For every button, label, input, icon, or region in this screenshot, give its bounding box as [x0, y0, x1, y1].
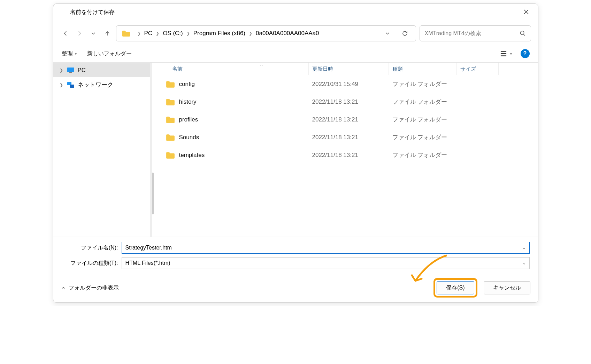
pc-icon	[67, 67, 75, 74]
folder-icon	[166, 98, 175, 106]
toolbar: 整理 ▼ 新しいフォルダー ▼ ?	[53, 46, 538, 63]
sidebar-item-label: ネットワーク	[78, 81, 113, 89]
up-button[interactable]	[102, 28, 113, 39]
column-header-size[interactable]: サイズ	[457, 63, 499, 75]
search-input[interactable]	[425, 30, 520, 37]
organize-button[interactable]: 整理 ▼	[62, 50, 78, 57]
file-type: ファイル フォルダー	[389, 151, 457, 159]
question-icon: ?	[523, 50, 527, 57]
file-name: history	[179, 98, 197, 105]
folder-icon	[166, 80, 175, 88]
main-area: ❯ PC ❯ ネットワーク ︿ 名前 更新日時 種類 サイズ	[53, 63, 538, 237]
annotation-highlight: 保存(S)	[433, 278, 477, 298]
new-folder-button[interactable]: 新しいフォルダー	[87, 50, 132, 57]
breadcrumb-item[interactable]: Program Files (x86)	[193, 30, 245, 37]
arrow-right-icon	[76, 30, 83, 37]
close-icon	[523, 9, 529, 15]
back-button[interactable]	[60, 28, 71, 39]
column-header-date[interactable]: 更新日時	[309, 63, 389, 75]
search-icon	[520, 30, 526, 37]
filetype-label: ファイルの種類(T):	[62, 260, 122, 267]
new-folder-label: 新しいフォルダー	[87, 50, 132, 57]
file-type: ファイル フォルダー	[389, 116, 457, 124]
chevron-right-icon: ❯	[156, 31, 159, 36]
breadcrumb-item[interactable]: PC	[144, 30, 153, 37]
column-headers: 名前 更新日時 種類 サイズ	[152, 63, 538, 75]
breadcrumb: ❯ PC ❯ OS (C:) ❯ Program Files (x86) ❯ 0…	[137, 30, 375, 37]
chevron-right-icon: ❯	[249, 31, 252, 36]
chevron-right-icon: ❯	[60, 82, 64, 87]
chevron-down-icon: ⌄	[522, 245, 526, 250]
titlebar: 名前を付けて保存	[53, 4, 538, 21]
filetype-value: HTML Files(*.htm)	[125, 260, 170, 266]
cancel-button[interactable]: キャンセル	[484, 281, 530, 294]
chevron-down-icon: ⌄	[522, 261, 526, 266]
dialog-title: 名前を付けて保存	[70, 9, 115, 16]
filename-label: ファイル名(N):	[62, 244, 122, 252]
file-type: ファイル フォルダー	[389, 133, 457, 141]
svg-rect-2	[69, 72, 72, 73]
network-icon	[67, 81, 75, 88]
list-item[interactable]: profiles 2022/11/18 13:21 ファイル フォルダー	[162, 111, 538, 128]
chevron-right-icon: ❯	[60, 68, 64, 73]
arrow-left-icon	[62, 30, 69, 37]
file-date: 2022/11/18 13:21	[309, 116, 389, 123]
chevron-right-icon: ❯	[137, 31, 141, 36]
filename-value: StrategyTester.htm	[125, 245, 172, 251]
folder-icon	[122, 30, 130, 37]
svg-rect-1	[67, 68, 74, 72]
recent-button[interactable]	[88, 28, 99, 39]
refresh-button[interactable]	[400, 28, 410, 39]
scrollbar-thumb[interactable]	[152, 173, 154, 214]
sidebar-item-pc[interactable]: ❯ PC	[53, 63, 150, 77]
address-bar[interactable]: ❯ PC ❯ OS (C:) ❯ Program Files (x86) ❯ 0…	[116, 25, 416, 41]
footer: フォルダーの非表示 保存(S) キャンセル	[53, 275, 538, 302]
file-name: templates	[179, 152, 205, 159]
file-name: Sounds	[179, 134, 199, 141]
breadcrumb-item[interactable]: 0a00A0A000AA00AAa0	[256, 30, 319, 37]
column-header-type[interactable]: 種類	[389, 63, 457, 75]
sidebar-item-label: PC	[78, 67, 86, 74]
caret-down-icon: ▼	[74, 52, 78, 56]
save-as-dialog: 名前を付けて保存 ❯ PC ❯ OS (C:) ❯ Program Files …	[53, 3, 538, 303]
hide-folders-toggle[interactable]: フォルダーの非表示	[61, 284, 119, 292]
organize-label: 整理	[62, 50, 73, 57]
sidebar: ❯ PC ❯ ネットワーク	[53, 63, 152, 237]
file-name: config	[179, 81, 195, 88]
file-date: 2022/10/31 15:49	[309, 81, 389, 88]
svg-rect-4	[70, 85, 74, 88]
file-type: ファイル フォルダー	[389, 98, 457, 106]
breadcrumb-item[interactable]: OS (C:)	[163, 30, 183, 37]
chevron-up-icon	[61, 285, 66, 290]
file-date: 2022/11/18 13:21	[309, 152, 389, 159]
chevron-down-icon	[90, 30, 97, 37]
help-button[interactable]: ?	[521, 49, 530, 58]
column-header-name[interactable]: 名前	[162, 63, 309, 75]
filetype-select[interactable]: HTML Files(*.htm) ⌄	[122, 257, 530, 269]
list-item[interactable]: config 2022/10/31 15:49 ファイル フォルダー	[162, 75, 538, 93]
list-item[interactable]: history 2022/11/18 13:21 ファイル フォルダー	[162, 93, 538, 111]
chevron-down-icon	[384, 30, 391, 37]
file-date: 2022/11/18 13:21	[309, 134, 389, 141]
sidebar-item-network[interactable]: ❯ ネットワーク	[53, 77, 150, 92]
forward-button[interactable]	[74, 28, 85, 39]
arrow-up-icon	[104, 30, 110, 37]
caret-down-icon: ▼	[509, 52, 513, 56]
filename-input[interactable]: StrategyTester.htm ⌄	[122, 242, 530, 254]
file-list-panel: ︿ 名前 更新日時 種類 サイズ config 2022/10/31 15:49…	[152, 63, 538, 237]
folder-icon	[166, 151, 175, 159]
file-list: config 2022/10/31 15:49 ファイル フォルダー histo…	[152, 75, 538, 237]
save-button[interactable]: 保存(S)	[437, 281, 474, 294]
list-item[interactable]: Sounds 2022/11/18 13:21 ファイル フォルダー	[162, 128, 538, 146]
close-button[interactable]	[521, 7, 532, 18]
view-mode-button[interactable]: ▼	[500, 50, 513, 57]
folder-icon	[166, 134, 175, 141]
hide-folders-label: フォルダーの非表示	[69, 284, 119, 292]
list-item[interactable]: templates 2022/11/18 13:21 ファイル フォルダー	[162, 146, 538, 164]
address-dropdown[interactable]	[382, 28, 393, 39]
file-date: 2022/11/18 13:21	[309, 98, 389, 105]
search-box[interactable]	[420, 25, 531, 41]
list-view-icon	[500, 50, 507, 57]
bottom-panel: ファイル名(N): StrategyTester.htm ⌄ ファイルの種類(T…	[53, 237, 538, 275]
file-name: profiles	[179, 116, 198, 123]
